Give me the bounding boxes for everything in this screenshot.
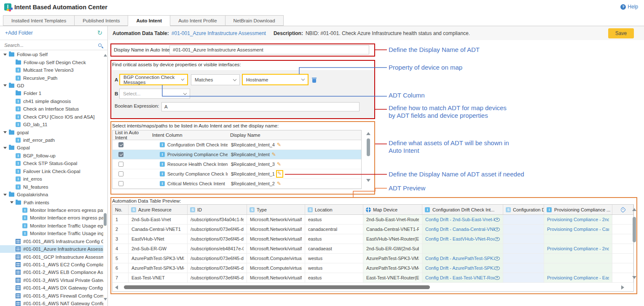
edit-pencil-icon[interactable]: ✎: [277, 162, 281, 167]
scroll-down-icon[interactable]: [632, 276, 636, 279]
edit-pencil-icon[interactable]: ✎: [272, 152, 276, 157]
help-link[interactable]: ? Help: [620, 4, 638, 10]
preview-column-header[interactable]: No.: [113, 205, 129, 214]
tree-item-adt[interactable]: #01-001_GCP Infrastructure Assessment: [0, 253, 103, 260]
intent-list-scrollbar[interactable]: [366, 132, 371, 182]
tree-item-folder[interactable]: Follow-up Self Design Check: [0, 58, 103, 66]
tree-item-adt[interactable]: #01-001-4_AWS DX Gateway Config Compli..…: [0, 284, 103, 292]
checkbox-unchecked[interactable]: [118, 162, 123, 167]
tree-item-intent[interactable]: Check CPU [Cisco IOS and ASA]: [0, 113, 103, 121]
edit-pencil-icon[interactable]: ✎: [277, 171, 282, 176]
tab-netbrain-download[interactable]: NetBrain Download: [225, 15, 284, 26]
preview-table-row[interactable]: 5AzurePathTest-SPK3-VM3/subscriptions/07…: [113, 254, 633, 263]
scroll-down-icon[interactable]: [366, 179, 370, 182]
condition-a-operator-dropdown[interactable]: Matches: [191, 74, 240, 85]
tree-item-intent[interactable]: Monitor Interface errors ingress path: [0, 214, 103, 222]
scrollbar-thumb[interactable]: [367, 138, 370, 156]
condition-b-column-dropdown[interactable]: Select...: [119, 89, 190, 99]
view-result-eye-icon[interactable]: [494, 218, 500, 222]
boolean-expression-input[interactable]: [161, 102, 360, 111]
sidebar-scrollbar[interactable]: [104, 213, 107, 226]
tree-item-folder[interactable]: Gopal: [0, 144, 103, 152]
checkbox-checked[interactable]: [118, 152, 123, 157]
tree-item-intent[interactable]: ch41 simple diagnosis: [0, 97, 103, 105]
view-result-eye-icon[interactable]: [494, 227, 500, 231]
preview-table-row[interactable]: 6AzurePathTest-SPK3-VM4/subscriptions/07…: [113, 263, 633, 273]
intent-list-row[interactable]: Provisioning Compliance Check ...$Replic…: [113, 150, 361, 160]
preview-table-row[interactable]: 12nd-Sub-East-Vnet/subscriptions/f34a04c…: [113, 215, 633, 225]
intent-list-row[interactable]: Configuration Drift Check Intent$Replica…: [113, 140, 361, 150]
refresh-icon[interactable]: ↻: [97, 30, 102, 36]
tree-item-adt[interactable]: #01-001-6_AWS NAT Gateway Config Compl..…: [0, 300, 103, 306]
tree-item-intent[interactable]: Check STP Status-Gopal: [0, 160, 103, 167]
view-result-eye-icon[interactable]: [494, 257, 500, 260]
view-result-eye-icon[interactable]: [494, 237, 500, 241]
edit-pencil-icon[interactable]: ✎: [277, 142, 281, 147]
tree-item-adt[interactable]: #01-001-1_AWS EC2 Config Compliance Ass.…: [0, 261, 103, 268]
display-name-input[interactable]: [169, 45, 369, 54]
tree-item-intent[interactable]: Check an Interface Status: [0, 105, 103, 113]
sidebar-scroll-up-icon[interactable]: [104, 54, 107, 57]
edit-pencil-icon[interactable]: ✎: [277, 181, 281, 186]
preview-column-header[interactable]: Azure Resource: [129, 205, 188, 214]
preview-column-header[interactable]: Location: [305, 205, 363, 214]
tree-item-adt[interactable]: #01-001_AWS Infrastructure Config Compli…: [0, 238, 103, 245]
tree-item-intent[interactable]: Multicast Tree Version3: [0, 66, 103, 74]
preview-column-header[interactable]: Map Device: [363, 205, 422, 214]
tree-item-intent[interactable]: NI_features: [0, 183, 103, 190]
intent-list-row[interactable]: Security Compliance Check Intent$Replica…: [113, 169, 361, 179]
tree-item-folder[interactable]: gopal: [0, 128, 103, 136]
condition-a-property-dropdown[interactable]: Hostname: [242, 74, 309, 85]
view-result-eye-icon[interactable]: [494, 266, 500, 270]
search-icon[interactable]: [98, 43, 102, 47]
intent-list-row[interactable]: Critical Metrics Check Intent$Replicated…: [113, 179, 361, 189]
preview-column-header[interactable]: ID: [188, 205, 247, 214]
tag-icon[interactable]: [620, 206, 625, 212]
tree-item-intent[interactable]: BGP_follow-up: [0, 152, 103, 160]
tab-installed-intent-templates[interactable]: Installed Intent Templates: [3, 15, 74, 26]
checkbox-unchecked[interactable]: [118, 171, 123, 176]
condition-a-column-dropdown[interactable]: BGP Connection Check Messages: [119, 74, 188, 85]
preview-column-header[interactable]: Provisioning Compliance ...: [544, 205, 612, 214]
tree-item-folder[interactable]: Follow-up Self: [0, 51, 103, 58]
tab-auto-intent-profile[interactable]: Auto Intent Profile: [170, 15, 225, 26]
preview-column-header[interactable]: Configuration Drift A...: [503, 205, 544, 214]
delete-condition-icon[interactable]: [312, 78, 317, 83]
h-scrollbar-thumb[interactable]: [124, 285, 430, 289]
tree-item-folder[interactable]: Path intents: [0, 198, 103, 206]
tree-item-intent[interactable]: Monitor Interface Traffic Usage ingress …: [0, 230, 103, 237]
tree-item-adt[interactable]: #01-001-2_AWS ELB Compliance Assessment: [0, 268, 103, 276]
scroll-left-icon[interactable]: [115, 285, 118, 290]
tab-auto-intent[interactable]: Auto Intent: [128, 15, 170, 26]
intent-list-row[interactable]: Resource Health Check Intent$Replicated_…: [113, 160, 361, 169]
tree-item-intent[interactable]: Failover Link Check-Gopal: [0, 168, 103, 175]
tree-item-intent[interactable]: int_erros: [0, 175, 103, 183]
tree-item-folder[interactable]: GD: [0, 82, 103, 89]
scroll-up-icon[interactable]: [366, 132, 370, 135]
tab-published-intents[interactable]: Published Intents: [74, 15, 128, 26]
view-result-eye-icon[interactable]: [494, 276, 500, 280]
save-button[interactable]: Save: [608, 28, 634, 38]
tree-item-intent[interactable]: Monitor Interface Traffic Usage egress p…: [0, 222, 103, 230]
add-folder-button[interactable]: +Add Folder: [5, 30, 33, 36]
preview-table-row[interactable]: 2Canada-Central-VNET1/subscriptions/073e…: [113, 225, 633, 234]
preview-column-header[interactable]: Configuration Drift Check Int...: [422, 205, 503, 214]
tree-item-adt[interactable]: #01-001_Azure Infrastructure Assessment: [0, 245, 103, 253]
checkbox-unchecked[interactable]: [118, 181, 123, 186]
adt-name-link[interactable]: #01-001_Azure Infrastructure Assessment: [172, 30, 266, 36]
tree-item-adt[interactable]: #01-001-5_AWS Firewall Config Compliance…: [0, 292, 103, 300]
checkbox-checked[interactable]: [118, 142, 123, 147]
tree-item-intent[interactable]: Monitor Interface errors egress path: [0, 206, 103, 214]
tree-item-folder[interactable]: Gopalakrishna: [0, 191, 103, 198]
tree-item-intent[interactable]: intf_error_path: [0, 136, 103, 144]
preview-vertical-scrollbar[interactable]: [632, 208, 637, 279]
tree-item-adt[interactable]: #01-001-3_AWS Virtual Private Gateway Co…: [0, 276, 103, 284]
tree-item-folder[interactable]: Folder 1: [0, 89, 103, 97]
tree-item-intent[interactable]: Recursive_Path: [0, 74, 103, 81]
tree-item-intent[interactable]: GD_lab_11: [0, 121, 103, 128]
preview-table-row[interactable]: 3EastVHub-VNet/subscriptions/073e6f45-d1…: [113, 234, 633, 244]
preview-horizontal-scrollbar[interactable]: [113, 284, 627, 290]
v-scrollbar-thumb[interactable]: [633, 217, 636, 242]
search-input[interactable]: [4, 43, 98, 48]
scroll-up-icon[interactable]: [632, 208, 636, 211]
